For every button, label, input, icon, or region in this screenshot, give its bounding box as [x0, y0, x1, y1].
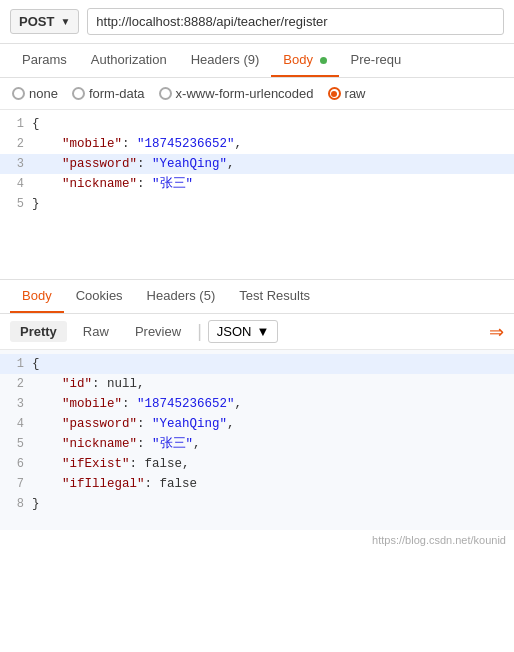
line-number: 3 — [0, 394, 32, 414]
line-number: 8 — [0, 494, 32, 514]
body-active-dot — [320, 57, 327, 64]
response-line: 5 "nickname": "张三", — [0, 434, 514, 454]
line-content: } — [32, 194, 514, 214]
response-line: 1{ — [0, 354, 514, 374]
toolbar-divider: | — [197, 321, 202, 342]
line-number: 2 — [0, 134, 32, 154]
chevron-down-icon: ▼ — [60, 16, 70, 27]
request-tab-nav: Params Authorization Headers (9) Body Pr… — [0, 44, 514, 78]
line-number: 5 — [0, 194, 32, 214]
tab-authorization[interactable]: Authorization — [79, 44, 179, 77]
option-form-data[interactable]: form-data — [72, 86, 145, 101]
line-content: } — [32, 494, 514, 514]
method-select[interactable]: POST ▼ — [10, 9, 79, 34]
response-line: 6 "ifExist": false, — [0, 454, 514, 474]
response-section: Body Cookies Headers (5) Test Results Pr… — [0, 280, 514, 530]
url-input[interactable] — [87, 8, 504, 35]
line-content: "ifIllegal": false — [32, 474, 514, 494]
line-number: 3 — [0, 154, 32, 174]
line-content: "nickname": "张三", — [32, 434, 514, 454]
resp-tab-test-results[interactable]: Test Results — [227, 280, 322, 313]
radio-none[interactable] — [12, 87, 25, 100]
method-label: POST — [19, 14, 54, 29]
resp-tab-cookies[interactable]: Cookies — [64, 280, 135, 313]
preview-button[interactable]: Preview — [125, 321, 191, 342]
line-content: "nickname": "张三" — [32, 174, 514, 194]
radio-raw[interactable] — [328, 87, 341, 100]
line-content: "password": "YeahQing", — [32, 414, 514, 434]
line-number: 1 — [0, 354, 32, 374]
radio-form-data[interactable] — [72, 87, 85, 100]
tab-params[interactable]: Params — [10, 44, 79, 77]
format-select[interactable]: JSON ▼ — [208, 320, 279, 343]
raw-button[interactable]: Raw — [73, 321, 119, 342]
top-bar: POST ▼ — [0, 0, 514, 44]
line-number: 7 — [0, 474, 32, 494]
wrap-icon: ⇒ — [489, 321, 504, 343]
request-line: 5} — [0, 194, 514, 214]
line-content: "password": "YeahQing", — [32, 154, 514, 174]
line-content: "ifExist": false, — [32, 454, 514, 474]
resp-tab-body[interactable]: Body — [10, 280, 64, 313]
tab-prereq[interactable]: Pre-requ — [339, 44, 414, 77]
format-label: JSON — [217, 324, 252, 339]
line-content: "mobile": "18745236652", — [32, 134, 514, 154]
tab-body[interactable]: Body — [271, 44, 338, 77]
line-number: 2 — [0, 374, 32, 394]
wrap-button[interactable]: ⇒ — [489, 321, 504, 343]
request-line: 3 "password": "YeahQing", — [0, 154, 514, 174]
format-chevron-icon: ▼ — [256, 324, 269, 339]
line-number: 5 — [0, 434, 32, 454]
request-line: 2 "mobile": "18745236652", — [0, 134, 514, 154]
response-tab-nav: Body Cookies Headers (5) Test Results — [0, 280, 514, 314]
tab-headers[interactable]: Headers (9) — [179, 44, 272, 77]
response-body: 1{2 "id": null,3 "mobile": "18745236652"… — [0, 350, 514, 530]
line-content: { — [32, 114, 514, 134]
line-content: { — [32, 354, 514, 374]
radio-urlencoded[interactable] — [159, 87, 172, 100]
option-none[interactable]: none — [12, 86, 58, 101]
request-line: 4 "nickname": "张三" — [0, 174, 514, 194]
resp-tab-headers[interactable]: Headers (5) — [135, 280, 228, 313]
watermark: https://blog.csdn.net/kounid — [0, 530, 514, 550]
option-raw[interactable]: raw — [328, 86, 366, 101]
line-number: 6 — [0, 454, 32, 474]
resp-toolbar: Pretty Raw Preview | JSON ▼ ⇒ — [0, 314, 514, 350]
line-number: 4 — [0, 414, 32, 434]
line-content: "id": null, — [32, 374, 514, 394]
pretty-button[interactable]: Pretty — [10, 321, 67, 342]
request-line: 1{ — [0, 114, 514, 134]
line-number: 4 — [0, 174, 32, 194]
line-number: 1 — [0, 114, 32, 134]
response-line: 7 "ifIllegal": false — [0, 474, 514, 494]
response-line: 4 "password": "YeahQing", — [0, 414, 514, 434]
body-options: none form-data x-www-form-urlencoded raw — [0, 78, 514, 110]
option-urlencoded[interactable]: x-www-form-urlencoded — [159, 86, 314, 101]
response-line: 3 "mobile": "18745236652", — [0, 394, 514, 414]
request-code-editor[interactable]: 1{2 "mobile": "18745236652",3 "password"… — [0, 110, 514, 280]
line-content: "mobile": "18745236652", — [32, 394, 514, 414]
response-line: 2 "id": null, — [0, 374, 514, 394]
response-line: 8} — [0, 494, 514, 514]
